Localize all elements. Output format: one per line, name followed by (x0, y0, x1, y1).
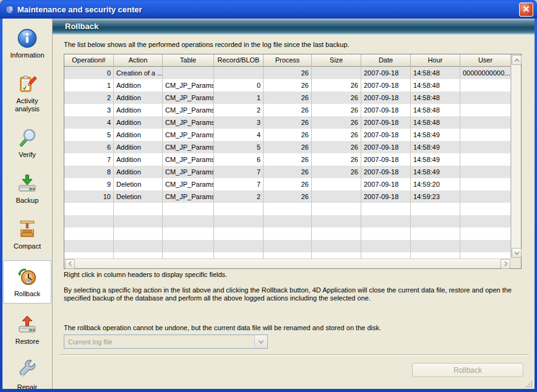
table-cell (312, 228, 361, 240)
table-cell: 5 (214, 141, 264, 153)
table-cell: 2 (214, 190, 264, 203)
table-row[interactable]: 1AdditionCM_JP_Params026262007-09-1814:5… (64, 79, 511, 92)
log-file-select[interactable]: Current log file (64, 334, 268, 349)
table-cell (214, 240, 264, 252)
chevron-left-icon (68, 260, 72, 268)
horizontal-scrollbar[interactable] (64, 258, 511, 268)
table-cell: 14:59:20 (411, 178, 460, 190)
table-cell (312, 178, 361, 190)
scroll-down-button[interactable] (512, 248, 522, 258)
sidebar-item-restore[interactable]: Restore (3, 310, 51, 349)
table-cell (312, 215, 361, 228)
sidebar-item-rollback[interactable]: ONRollback (3, 260, 51, 304)
table-cell (264, 252, 312, 258)
window-title: Maintenance and security center (17, 5, 519, 14)
sidebar-item-label: Verify (19, 151, 36, 159)
table-cell (264, 240, 312, 252)
scroll-right-button[interactable] (500, 259, 510, 269)
close-button[interactable] (519, 2, 533, 17)
table-cell: 14:58:49 (411, 153, 460, 166)
table-cell: Addition (114, 79, 163, 92)
table-row[interactable]: 3AdditionCM_JP_Params226262007-09-1814:5… (64, 104, 511, 116)
table-row[interactable]: 6AdditionCM_JP_Params526262007-09-1814:5… (64, 141, 511, 153)
column-header-date[interactable]: Date (361, 54, 411, 67)
combo-arrow-button[interactable] (254, 335, 267, 348)
table-cell: Creation of a ... (114, 67, 163, 79)
table-cell (411, 203, 460, 215)
table-cell: 10 (64, 190, 114, 203)
table-row[interactable]: 7AdditionCM_JP_Params626262007-09-1814:5… (64, 153, 511, 166)
close-icon (523, 6, 530, 14)
table-cell: 2007-09-18 (361, 79, 411, 92)
table-cell: 00000000000... (460, 67, 511, 79)
sidebar-item-repair[interactable]: Repair (3, 356, 51, 389)
table-cell: 26 (312, 104, 361, 116)
info-icon (16, 27, 38, 49)
rollback-button[interactable]: Rollback (412, 363, 523, 377)
table-header-row: Operation#ActionTableRecord/BLOBProcessS… (64, 54, 511, 67)
table-row[interactable]: 9DeletionCM_JP_Params7262007-09-1814:59:… (64, 178, 511, 190)
table-cell: 26 (312, 92, 361, 104)
titlebar[interactable]: Maintenance and security center (0, 0, 537, 19)
table-cell: 26 (312, 116, 361, 129)
table-cell (361, 240, 411, 252)
table-cell (64, 240, 114, 252)
table-row-empty[interactable] (64, 215, 511, 228)
table-cell: 2007-09-18 (361, 178, 411, 190)
column-header-record-blob[interactable]: Record/BLOB (214, 54, 264, 67)
table-row-empty[interactable] (64, 252, 511, 258)
sidebar-item-information[interactable]: Information (3, 23, 51, 63)
table-cell: 26 (264, 178, 312, 190)
column-header-action[interactable]: Action (114, 54, 163, 67)
table-cell (460, 129, 511, 141)
column-header-process[interactable]: Process (264, 54, 312, 67)
scroll-up-button[interactable] (512, 55, 522, 65)
table-cell (460, 190, 511, 203)
table-cell (114, 228, 163, 240)
drive-upload-icon (16, 313, 38, 336)
table-cell: CM_JP_Params (163, 129, 214, 141)
sidebar-item-label: Rollback (14, 290, 40, 298)
table-cell (114, 215, 163, 228)
column-header-hour[interactable]: Hour (411, 54, 460, 67)
table-row[interactable]: 5AdditionCM_JP_Params426262007-09-1814:5… (64, 129, 511, 141)
table-row-empty[interactable] (64, 228, 511, 240)
table-cell: 2007-09-18 (361, 104, 411, 116)
sidebar-item-compact[interactable]: Compact (3, 215, 51, 254)
table-row[interactable]: 4AdditionCM_JP_Params326262007-09-1814:5… (64, 116, 511, 129)
column-header-size[interactable]: Size (312, 54, 361, 67)
table-cell: 14:58:48 (411, 67, 460, 79)
table-cell: 26 (264, 79, 312, 92)
table-cell: 7 (214, 166, 264, 178)
table-row[interactable]: 10DeletionCM_JP_Params2262007-09-1814:59… (64, 190, 511, 203)
sidebar-item-backup[interactable]: Backup (3, 169, 51, 208)
table-cell (460, 141, 511, 153)
table-cell: 7 (64, 153, 114, 166)
table-cell (264, 203, 312, 215)
table-row-empty[interactable] (64, 240, 511, 252)
shield-icon (5, 4, 15, 14)
table-row[interactable]: 0Creation of a ...262007-09-1814:58:4800… (64, 67, 511, 79)
table-cell (312, 252, 361, 258)
table-cell: Addition (114, 104, 163, 116)
table-cell: 2007-09-18 (361, 141, 411, 153)
column-header-table[interactable]: Table (163, 54, 214, 67)
scroll-left-button[interactable] (65, 259, 75, 269)
column-header-user[interactable]: User (460, 54, 511, 67)
table-row[interactable]: 8AdditionCM_JP_Params726262007-09-1814:5… (64, 166, 511, 178)
table-cell: 9 (64, 178, 114, 190)
table-cell: 4 (214, 129, 264, 141)
table-row-empty[interactable] (64, 203, 511, 215)
table-cell (264, 228, 312, 240)
vertical-scrollbar[interactable] (511, 54, 521, 258)
table-cell (411, 240, 460, 252)
resize-grip[interactable] (525, 380, 533, 388)
table-row[interactable]: 2AdditionCM_JP_Params126262007-09-1814:5… (64, 92, 511, 104)
sidebar-item-activity-analysis[interactable]: Activity analysis (3, 69, 51, 117)
table-cell (460, 166, 511, 178)
sidebar-item-verify[interactable]: Verify (3, 123, 51, 163)
column-header-operation-[interactable]: Operation# (64, 54, 114, 67)
table-cell (214, 228, 264, 240)
table-cell: 1 (64, 79, 114, 92)
table-cell: CM_JP_Params (163, 116, 214, 129)
